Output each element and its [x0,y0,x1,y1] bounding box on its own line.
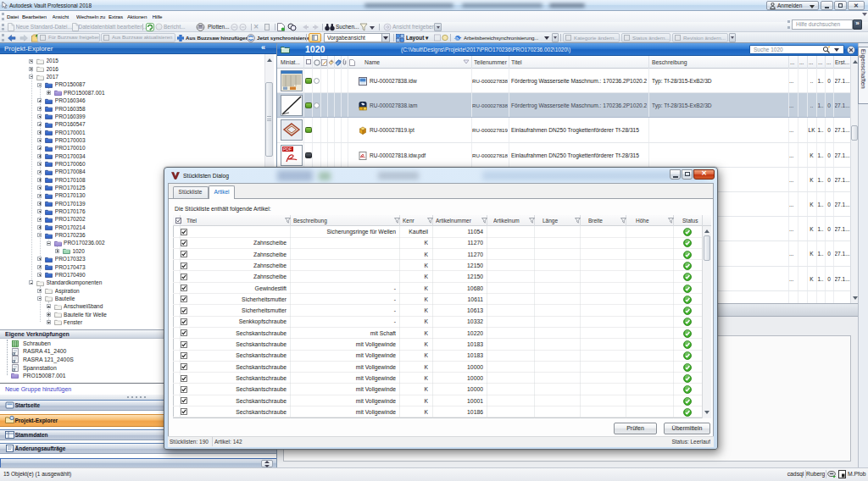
svg-text:PDF: PDF [283,147,292,152]
